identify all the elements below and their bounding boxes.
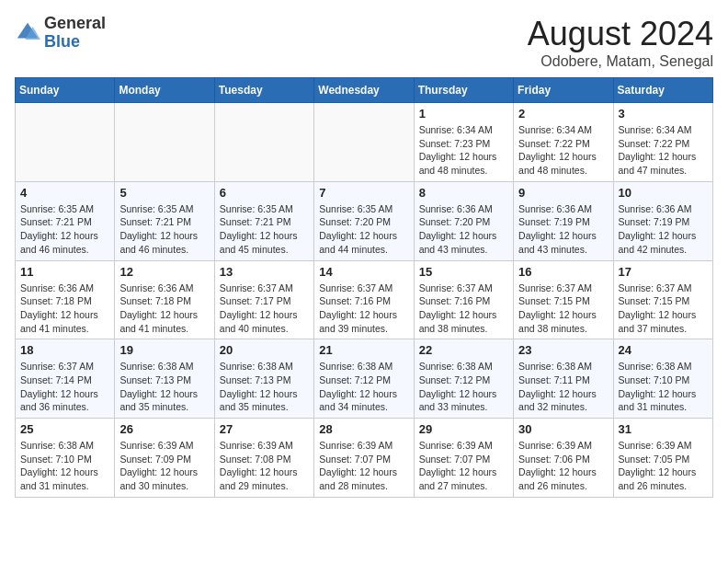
day-info: Sunrise: 6:34 AM Sunset: 7:23 PM Dayligh…: [419, 123, 508, 178]
day-number: 25: [20, 422, 109, 436]
day-number: 27: [220, 422, 309, 436]
calendar-day-cell: [314, 103, 414, 182]
calendar-week-row: 4Sunrise: 6:35 AM Sunset: 7:21 PM Daylig…: [16, 181, 713, 260]
day-of-week-header: Friday: [514, 78, 613, 103]
day-info: Sunrise: 6:36 AM Sunset: 7:19 PM Dayligh…: [518, 202, 608, 257]
day-of-week-header: Sunday: [16, 78, 115, 103]
logo-blue-text: Blue: [44, 32, 80, 51]
calendar-day-cell: 13Sunrise: 6:37 AM Sunset: 7:17 PM Dayli…: [214, 260, 313, 339]
day-info: Sunrise: 6:36 AM Sunset: 7:18 PM Dayligh…: [20, 282, 109, 336]
day-number: 28: [319, 422, 408, 436]
day-number: 3: [619, 107, 708, 121]
day-of-week-header: Wednesday: [314, 78, 414, 103]
calendar-day-cell: 27Sunrise: 6:39 AM Sunset: 7:08 PM Dayli…: [214, 419, 313, 498]
calendar-day-cell: 2Sunrise: 6:34 AM Sunset: 7:22 PM Daylig…: [514, 103, 613, 182]
day-number: 29: [419, 422, 508, 436]
day-of-week-header: Saturday: [613, 78, 712, 103]
day-number: 26: [119, 422, 209, 436]
calendar-day-cell: 1Sunrise: 6:34 AM Sunset: 7:23 PM Daylig…: [414, 103, 513, 182]
day-info: Sunrise: 6:38 AM Sunset: 7:13 PM Dayligh…: [119, 360, 209, 414]
day-info: Sunrise: 6:36 AM Sunset: 7:18 PM Dayligh…: [119, 282, 209, 336]
day-number: 12: [119, 265, 209, 279]
calendar-day-cell: [214, 103, 313, 182]
calendar-day-cell: 17Sunrise: 6:37 AM Sunset: 7:15 PM Dayli…: [613, 260, 712, 339]
calendar-day-cell: 29Sunrise: 6:39 AM Sunset: 7:07 PM Dayli…: [414, 419, 513, 498]
day-info: Sunrise: 6:39 AM Sunset: 7:06 PM Dayligh…: [518, 439, 608, 493]
calendar-day-cell: 25Sunrise: 6:38 AM Sunset: 7:10 PM Dayli…: [16, 419, 115, 498]
header: General Blue August 2024 Odobere, Matam,…: [15, 15, 713, 70]
day-info: Sunrise: 6:38 AM Sunset: 7:11 PM Dayligh…: [518, 360, 608, 414]
day-info: Sunrise: 6:38 AM Sunset: 7:10 PM Dayligh…: [20, 439, 109, 493]
day-number: 16: [518, 265, 608, 279]
day-number: 23: [518, 343, 608, 357]
day-number: 2: [518, 107, 608, 121]
calendar-day-cell: 15Sunrise: 6:37 AM Sunset: 7:16 PM Dayli…: [414, 260, 513, 339]
day-number: 11: [20, 265, 109, 279]
day-info: Sunrise: 6:37 AM Sunset: 7:15 PM Dayligh…: [619, 282, 708, 336]
day-info: Sunrise: 6:39 AM Sunset: 7:05 PM Dayligh…: [619, 439, 708, 493]
calendar-day-cell: 14Sunrise: 6:37 AM Sunset: 7:16 PM Dayli…: [314, 260, 414, 339]
day-info: Sunrise: 6:38 AM Sunset: 7:13 PM Dayligh…: [220, 360, 309, 414]
day-info: Sunrise: 6:37 AM Sunset: 7:14 PM Dayligh…: [20, 360, 109, 414]
calendar-table: SundayMondayTuesdayWednesdayThursdayFrid…: [15, 77, 713, 498]
day-info: Sunrise: 6:38 AM Sunset: 7:12 PM Dayligh…: [319, 360, 408, 414]
day-number: 31: [619, 422, 708, 436]
day-number: 19: [119, 343, 209, 357]
calendar-day-cell: 20Sunrise: 6:38 AM Sunset: 7:13 PM Dayli…: [214, 339, 313, 419]
calendar-day-cell: [16, 103, 115, 182]
calendar-day-cell: 30Sunrise: 6:39 AM Sunset: 7:06 PM Dayli…: [514, 419, 613, 498]
calendar-day-cell: 8Sunrise: 6:36 AM Sunset: 7:20 PM Daylig…: [414, 181, 513, 260]
day-number: 10: [619, 186, 708, 200]
day-number: 4: [20, 186, 109, 200]
calendar-week-row: 18Sunrise: 6:37 AM Sunset: 7:14 PM Dayli…: [16, 339, 713, 419]
day-number: 1: [419, 107, 508, 121]
calendar-week-row: 11Sunrise: 6:36 AM Sunset: 7:18 PM Dayli…: [16, 260, 713, 339]
day-number: 5: [119, 186, 209, 200]
day-of-week-header: Monday: [115, 78, 214, 103]
day-info: Sunrise: 6:35 AM Sunset: 7:21 PM Dayligh…: [119, 202, 209, 257]
day-info: Sunrise: 6:39 AM Sunset: 7:07 PM Dayligh…: [419, 439, 508, 493]
calendar-day-cell: 10Sunrise: 6:36 AM Sunset: 7:19 PM Dayli…: [613, 181, 712, 260]
day-number: 20: [220, 343, 309, 357]
day-info: Sunrise: 6:35 AM Sunset: 7:20 PM Dayligh…: [319, 202, 408, 257]
day-info: Sunrise: 6:37 AM Sunset: 7:16 PM Dayligh…: [419, 282, 508, 336]
calendar-day-cell: 22Sunrise: 6:38 AM Sunset: 7:12 PM Dayli…: [414, 339, 513, 419]
calendar-day-cell: 16Sunrise: 6:37 AM Sunset: 7:15 PM Dayli…: [514, 260, 613, 339]
calendar-day-cell: [115, 103, 214, 182]
day-of-week-header: Thursday: [414, 78, 513, 103]
day-number: 18: [20, 343, 109, 357]
calendar-day-cell: 3Sunrise: 6:34 AM Sunset: 7:22 PM Daylig…: [613, 103, 712, 182]
day-number: 17: [619, 265, 708, 279]
day-number: 15: [419, 265, 508, 279]
calendar-day-cell: 12Sunrise: 6:36 AM Sunset: 7:18 PM Dayli…: [115, 260, 214, 339]
day-info: Sunrise: 6:36 AM Sunset: 7:19 PM Dayligh…: [619, 202, 708, 257]
calendar-day-cell: 31Sunrise: 6:39 AM Sunset: 7:05 PM Dayli…: [613, 419, 712, 498]
day-info: Sunrise: 6:37 AM Sunset: 7:16 PM Dayligh…: [319, 282, 408, 336]
calendar-day-cell: 11Sunrise: 6:36 AM Sunset: 7:18 PM Dayli…: [16, 260, 115, 339]
calendar-day-cell: 5Sunrise: 6:35 AM Sunset: 7:21 PM Daylig…: [115, 181, 214, 260]
logo-general-text: General: [44, 14, 106, 32]
day-number: 13: [220, 265, 309, 279]
calendar-day-cell: 23Sunrise: 6:38 AM Sunset: 7:11 PM Dayli…: [514, 339, 613, 419]
day-number: 9: [518, 186, 608, 200]
calendar-day-cell: 19Sunrise: 6:38 AM Sunset: 7:13 PM Dayli…: [115, 339, 214, 419]
day-number: 6: [220, 186, 309, 200]
calendar-day-cell: 6Sunrise: 6:35 AM Sunset: 7:21 PM Daylig…: [214, 181, 313, 260]
logo-icon: [15, 20, 40, 46]
day-info: Sunrise: 6:37 AM Sunset: 7:17 PM Dayligh…: [220, 282, 309, 336]
calendar-day-cell: 7Sunrise: 6:35 AM Sunset: 7:20 PM Daylig…: [314, 181, 414, 260]
calendar-week-row: 25Sunrise: 6:38 AM Sunset: 7:10 PM Dayli…: [16, 419, 713, 498]
day-number: 8: [419, 186, 508, 200]
calendar-day-cell: 28Sunrise: 6:39 AM Sunset: 7:07 PM Dayli…: [314, 419, 414, 498]
day-of-week-header: Tuesday: [214, 78, 313, 103]
calendar-header-row: SundayMondayTuesdayWednesdayThursdayFrid…: [16, 78, 713, 103]
day-number: 22: [419, 343, 508, 357]
calendar-day-cell: 18Sunrise: 6:37 AM Sunset: 7:14 PM Dayli…: [16, 339, 115, 419]
day-info: Sunrise: 6:39 AM Sunset: 7:07 PM Dayligh…: [319, 439, 408, 493]
day-number: 24: [619, 343, 708, 357]
day-number: 7: [319, 186, 408, 200]
location-subtitle: Odobere, Matam, Senegal: [528, 53, 713, 70]
calendar-day-cell: 21Sunrise: 6:38 AM Sunset: 7:12 PM Dayli…: [314, 339, 414, 419]
month-title: August 2024: [528, 15, 713, 53]
day-info: Sunrise: 6:39 AM Sunset: 7:09 PM Dayligh…: [119, 439, 209, 493]
